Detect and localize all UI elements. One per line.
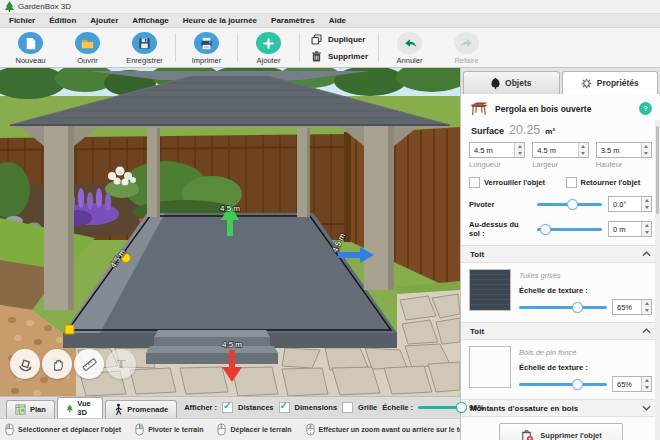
menu-aide[interactable]: Aide (329, 16, 346, 25)
open-button[interactable]: Ouvrir (59, 30, 116, 65)
mouse-scroll-wheel-icon (306, 423, 315, 436)
object-name: Pergola en bois ouverte (495, 104, 633, 114)
length-input[interactable]: 4.5 m (469, 142, 525, 158)
tab-plan[interactable]: Plan (6, 400, 55, 418)
panel-tabs: Objets Propriétés (461, 68, 660, 94)
dimension-label-top: 4.5 m (220, 204, 240, 213)
properties-panel: Objets Propriétés Pergola en bois ouvert… (460, 68, 660, 440)
print-button[interactable]: Imprimer (178, 30, 235, 65)
tab-vue-3d[interactable]: Vue 3D (57, 397, 103, 418)
texture-scale-slider-1[interactable] (519, 301, 607, 314)
width-input[interactable]: 4.5 m (532, 142, 588, 158)
panel-body: Pergola en bois ouverte ? Surface 20.25 … (461, 94, 660, 440)
gardenbox-window: GardenBox 3D Fichier Édition Ajouter Aff… (0, 0, 660, 440)
menubar: Fichier Édition Ajouter Affichage Heure … (0, 14, 660, 28)
hint-zoom-terrain: Effectuer un zoom avant ou arrière sur l… (306, 423, 460, 436)
viewport-3d[interactable]: 4.5 m 4.5 m 4.5 m 4.5 m T (0, 68, 460, 396)
add-button[interactable]: Ajouter (240, 30, 297, 65)
trash-icon (310, 50, 323, 63)
mouse-right-button-icon (135, 423, 144, 436)
scale-value: 96% (469, 403, 484, 412)
menu-fichier[interactable]: Fichier (9, 16, 35, 25)
statusbar: Sélectionner et déplacer l'objet Pivoter… (0, 418, 460, 440)
texture-scale-slider-2[interactable] (519, 378, 607, 391)
pan-button[interactable] (42, 349, 72, 379)
delete-button[interactable]: Supprimer (310, 50, 368, 63)
spinner-arrows[interactable] (641, 143, 651, 157)
toolbar-separator (175, 33, 176, 62)
duplicate-button[interactable]: Dupliquer (310, 33, 368, 46)
texture-name: Tuiles grises (519, 269, 652, 280)
new-document-icon (23, 36, 38, 51)
toolbar-separator (378, 33, 379, 62)
texture-scale-input-2[interactable]: 65% (612, 376, 652, 392)
surface-unit: m² (545, 127, 555, 136)
texture-name: Bois de pin foncé (519, 346, 652, 357)
objects-tree-icon (491, 78, 500, 89)
menu-heure[interactable]: Heure de la journée (183, 16, 257, 25)
help-button[interactable]: ? (639, 102, 652, 115)
section-frame-posts[interactable]: Montants d'ossature en bois (461, 399, 660, 417)
scrollbar-thumb[interactable] (656, 126, 659, 214)
delete-object-button[interactable]: Supprimer l'objet (499, 423, 623, 440)
resize-handle-corner[interactable] (65, 325, 74, 334)
height-input[interactable]: 3.5 m (596, 142, 652, 158)
flip-object-checkbox[interactable]: Retourner l'objet (566, 177, 653, 188)
distances-label: Distances (238, 403, 273, 412)
texture-scale-input-1[interactable]: 65% (612, 299, 652, 315)
hint-rotate-terrain: Pivoter le terrain (135, 423, 203, 436)
above-ground-input[interactable]: 0 m (608, 221, 652, 237)
spinner-arrows[interactable] (641, 222, 651, 236)
tree-3d-icon (66, 402, 73, 415)
rotate-input[interactable]: 0.0° (608, 196, 652, 212)
plan-icon (15, 404, 26, 415)
scale-label: Échelle : (382, 403, 413, 412)
rotate-slider[interactable] (537, 198, 602, 211)
spinner-arrows[interactable] (641, 197, 651, 211)
surface-value: 20.25 (509, 123, 540, 137)
panel-scrollbar[interactable] (655, 120, 660, 440)
tab-promenade[interactable]: Promenade (105, 400, 177, 418)
above-ground-label: Au-dessus du sol : (469, 220, 531, 238)
mouse-left-button-icon (5, 423, 14, 436)
distances-checkbox[interactable]: ✓ (222, 402, 233, 413)
ruler-icon (81, 356, 98, 373)
grid-checkbox[interactable] (342, 402, 353, 413)
menu-affichage[interactable]: Affichage (132, 16, 168, 25)
dimensions-checkbox[interactable]: ✓ (279, 402, 290, 413)
above-ground-slider[interactable] (537, 223, 602, 236)
grid-scale-slider[interactable] (418, 401, 464, 414)
measure-button[interactable] (74, 349, 104, 379)
save-button[interactable]: Enregistrer (116, 30, 173, 65)
spinner-arrows[interactable] (641, 377, 651, 391)
menu-parametres[interactable]: Paramètres (271, 16, 315, 25)
dimensions-label: Dimensions (295, 403, 338, 412)
lock-object-checkbox[interactable]: Verrouiller l'objet (469, 177, 556, 188)
print-icon (199, 36, 214, 51)
roof-texture-swatch-tiles[interactable] (469, 269, 511, 311)
undo-button[interactable]: Annuler (381, 30, 438, 65)
menu-ajouter[interactable]: Ajouter (90, 16, 118, 25)
save-floppy-icon (137, 36, 152, 51)
spinner-arrows[interactable] (514, 143, 524, 157)
3d-scene: 4.5 m 4.5 m 4.5 m 4.5 m (0, 68, 460, 396)
pergola-thumbnail-icon (469, 101, 489, 116)
chevron-up-icon (642, 251, 651, 257)
menu-edition[interactable]: Édition (49, 16, 76, 25)
text-tool-button[interactable]: T (106, 349, 136, 379)
new-button[interactable]: Nouveau (2, 30, 59, 65)
rotate-label: Pivoter (469, 200, 531, 209)
open-folder-icon (80, 36, 95, 51)
redo-button[interactable]: Refaire (438, 30, 495, 65)
duplicate-icon (310, 33, 323, 46)
tab-objets[interactable]: Objets (463, 71, 560, 94)
roof-texture-swatch-wood[interactable] (469, 346, 511, 388)
chevron-down-icon (642, 405, 651, 411)
section-roof-1[interactable]: Toit (461, 245, 660, 263)
section-roof-2[interactable]: Toit (461, 322, 660, 340)
spinner-arrows[interactable] (641, 300, 651, 314)
spinner-arrows[interactable] (578, 143, 588, 157)
dimension-label-front: 4.5 m (222, 340, 242, 349)
tab-proprietes[interactable]: Propriétés (562, 71, 659, 94)
rotate-view-button[interactable] (10, 349, 40, 379)
